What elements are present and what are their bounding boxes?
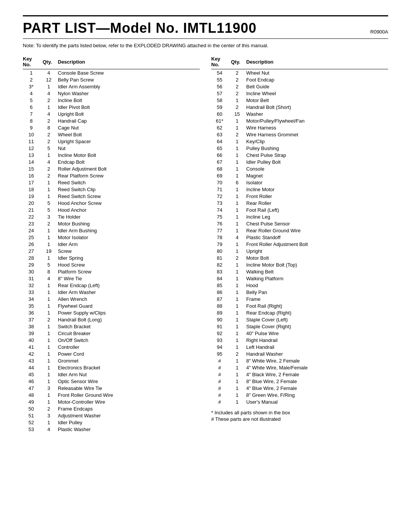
desc-cell: Upright xyxy=(246,248,388,254)
desc-cell: Idler Arm Assembly xyxy=(58,83,200,90)
qty-cell: 1 xyxy=(231,200,246,206)
key-no-cell: 69 xyxy=(211,172,231,179)
desc-cell: Handrail Bolt (Short) xyxy=(246,104,388,110)
key-no-cell: 30 xyxy=(23,268,43,275)
qty-cell: 1 xyxy=(231,220,246,227)
qty-cell: 4 xyxy=(231,234,246,241)
qty-cell: 1 xyxy=(43,378,58,385)
qty-cell: 2 xyxy=(231,104,246,110)
desc-cell: Plastic Washer xyxy=(58,426,200,433)
right-table-header-row: Key No. Qty. Description xyxy=(211,55,388,69)
key-no-cell: 41 xyxy=(23,343,43,350)
key-no-cell: 87 xyxy=(211,296,231,302)
key-no-cell: 31 xyxy=(23,275,43,282)
desc-cell: Right Handrail xyxy=(246,337,388,343)
key-no-cell: 15 xyxy=(23,165,43,172)
key-no-cell: 26 xyxy=(23,241,43,248)
qty-cell: 2 xyxy=(231,69,246,77)
table-row: # 1 8" Blue Wire, 2 Female xyxy=(211,378,388,385)
desc-cell: Handrail Cap xyxy=(58,117,200,124)
table-row: 73 1 Rear Roller xyxy=(211,200,388,206)
desc-cell: Idler Arm Washer xyxy=(58,289,200,296)
left-keyno-header: Key No. xyxy=(23,55,43,69)
desc-cell: Console Base Screw xyxy=(58,69,200,77)
qty-cell: 2 xyxy=(43,97,58,104)
desc-cell: Incline Motor Bolt xyxy=(58,152,200,158)
table-row: 83 1 Walking Belt xyxy=(211,268,388,275)
qty-cell: 1 xyxy=(43,364,58,371)
desc-cell: Foot Endcap xyxy=(246,76,388,83)
desc-cell: Washer xyxy=(246,110,388,117)
qty-cell: 1 xyxy=(231,97,246,104)
table-row: 8 2 Handrail Cap xyxy=(23,117,200,124)
desc-cell: Staple Cover (Left) xyxy=(246,316,388,323)
key-no-cell: 86 xyxy=(211,289,231,296)
desc-cell: Motor/Pulley/Flywheel/Fan xyxy=(246,117,388,124)
table-row: 6 1 Idler Pivot Bolt xyxy=(23,104,200,110)
qty-cell: 1 xyxy=(43,179,58,186)
desc-cell: Incline Leg xyxy=(246,213,388,220)
desc-cell: Chest Pulse Strap xyxy=(246,152,388,158)
qty-cell: 2 xyxy=(43,316,58,323)
desc-cell: Idler Arm Nut xyxy=(58,371,200,378)
qty-cell: 1 xyxy=(43,152,58,158)
key-no-cell: 11 xyxy=(23,138,43,145)
key-no-cell: # xyxy=(211,385,231,391)
table-row: 52 1 Idler Pulley xyxy=(23,419,200,426)
qty-cell: 2 xyxy=(231,90,246,97)
key-no-cell: 81 xyxy=(211,254,231,261)
table-row: 49 1 Motor-Controller Wire xyxy=(23,398,200,405)
table-row: 41 1 Controller xyxy=(23,343,200,350)
key-no-cell: 32 xyxy=(23,282,43,289)
qty-cell: 1 xyxy=(231,330,246,337)
key-no-cell: 94 xyxy=(211,343,231,350)
qty-cell: 1 xyxy=(231,152,246,158)
key-no-cell: 56 xyxy=(211,83,231,90)
desc-cell: Front Roller Adjustment Bolt xyxy=(246,241,388,248)
desc-cell: Console xyxy=(246,165,388,172)
qty-cell: 2 xyxy=(43,405,58,412)
key-no-cell: 2 xyxy=(23,76,43,83)
table-row: 91 1 Staple Cover (Right) xyxy=(211,323,388,330)
desc-cell: 8" Blue Wire, 2 Female xyxy=(246,378,388,385)
desc-cell: Electronics Bracket xyxy=(58,364,200,371)
table-row: 94 1 Left Handrail xyxy=(211,343,388,350)
key-no-cell: 79 xyxy=(211,241,231,248)
desc-cell: Idler Pulley Bolt xyxy=(246,158,388,165)
qty-cell: 1 xyxy=(231,364,246,371)
table-row: 3* 1 Idler Arm Assembly xyxy=(23,83,200,90)
table-row: 5 2 Incline Bolt xyxy=(23,97,200,104)
desc-cell: Hood xyxy=(246,282,388,289)
qty-cell: 1 xyxy=(43,323,58,330)
table-row: 35 1 Flywheel Guard xyxy=(23,302,200,309)
desc-cell: Hood Anchor xyxy=(58,206,200,213)
desc-cell: Walking Belt xyxy=(246,268,388,275)
key-no-cell: # xyxy=(211,391,231,398)
desc-cell: Grommet xyxy=(58,357,200,364)
qty-cell: 1 xyxy=(231,391,246,398)
right-desc-header: Description xyxy=(246,55,388,69)
table-row: 22 3 Tie Holder xyxy=(23,213,200,220)
table-row: 74 1 Foot Rail (Left) xyxy=(211,206,388,213)
qty-cell: 1 xyxy=(43,234,58,241)
key-no-cell: 71 xyxy=(211,186,231,193)
qty-cell: 1 xyxy=(231,241,246,248)
key-no-cell: 12 xyxy=(23,145,43,152)
desc-cell: Reed Switch xyxy=(58,179,200,186)
footnotes: * Includes all parts shown in the box# T… xyxy=(211,410,388,422)
key-no-cell: 5 xyxy=(23,97,43,104)
table-row: 79 1 Front Roller Adjustment Bolt xyxy=(211,241,388,248)
desc-cell: Handrail Washer xyxy=(246,350,388,357)
desc-cell: Left Handrail xyxy=(246,343,388,350)
desc-cell: Foot Rail (Right) xyxy=(246,302,388,309)
key-no-cell: 49 xyxy=(23,398,43,405)
desc-cell: Reed Switch Screw xyxy=(58,193,200,200)
qty-cell: 1 xyxy=(43,419,58,426)
table-row: 9 8 Cage Nut xyxy=(23,124,200,131)
qty-cell: 1 xyxy=(43,289,58,296)
table-row: 29 5 Hood Screw xyxy=(23,261,200,268)
key-no-cell: 20 xyxy=(23,200,43,206)
table-row: 11 2 Upright Spacer xyxy=(23,138,200,145)
key-no-cell: # xyxy=(211,364,231,371)
key-no-cell: 17 xyxy=(23,179,43,186)
